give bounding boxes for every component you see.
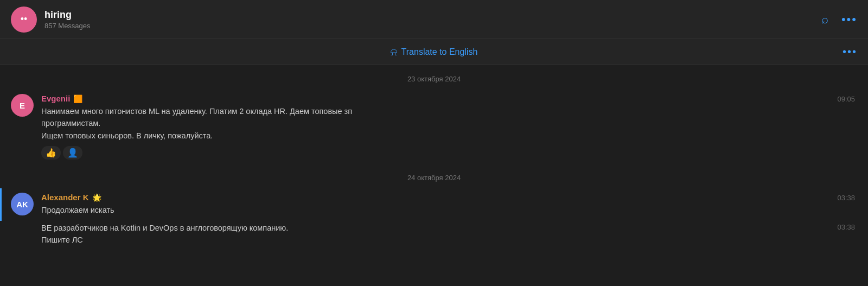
message-count: 857 Messages: [44, 22, 821, 30]
translate-more-icon[interactable]: •••: [843, 46, 857, 58]
reactions-evgenii: 👍 👤: [41, 146, 857, 160]
date-label-1: 23 октября 2024: [402, 74, 466, 84]
sender-badge-evgenii: 🟧: [73, 94, 82, 103]
more-options-icon[interactable]: •••: [841, 12, 857, 27]
date-separator-1: 23 октября 2024: [0, 65, 868, 90]
translate-label: Translate to English: [401, 47, 478, 57]
message-time-alexander: 03:38: [837, 194, 855, 202]
message-text-evgenii: Нанимаем много питонистов ML на удаленку…: [41, 105, 857, 142]
message-header-alexander: Alexander K 🌟: [41, 193, 857, 202]
sender-name-evgenii: Evgenii: [41, 94, 70, 103]
message-continuation-alexander: BE разработчиков на Kotlin и DevOps в ан…: [0, 221, 868, 251]
message-item-evgenii: E Evgenii 🟧 Нанимаем много питонистов ML…: [0, 90, 868, 164]
search-icon[interactable]: ⌕: [821, 12, 828, 27]
header-actions: ⌕ •••: [821, 12, 857, 27]
avatar-initials-evgenii: E: [20, 101, 25, 110]
message-text-alexander-cont: BE разработчиков на Kotlin и DevOps в ан…: [41, 222, 288, 246]
translate-icon: ⍾: [391, 46, 397, 58]
message-time-alexander-cont: 03:38: [837, 223, 855, 231]
channel-name: hiring: [44, 9, 821, 21]
sender-badge-alexander: 🌟: [92, 193, 101, 202]
translate-button[interactable]: ⍾ Translate to English: [391, 46, 478, 58]
message-body-alexander: Alexander K 🌟 Продолжаем искать: [41, 193, 857, 216]
message-text-alexander: Продолжаем искать: [41, 204, 857, 216]
translate-bar: ⍾ Translate to English •••: [0, 39, 868, 65]
message-item-alexander: AK Alexander K 🌟 Продолжаем искать 03:38: [0, 188, 868, 220]
date-label-2: 24 октября 2024: [402, 173, 466, 183]
messages-area: 23 октября 2024 E Evgenii 🟧 Нанимаем мно…: [0, 65, 868, 285]
avatar-evgenii: E: [11, 94, 34, 117]
avatar-initials-alexander: AK: [16, 200, 28, 209]
channel-info: hiring 857 Messages: [44, 9, 821, 30]
avatar-alexander: AK: [11, 193, 34, 215]
reaction-person[interactable]: 👤: [63, 146, 82, 160]
channel-header: •• hiring 857 Messages ⌕ •••: [0, 0, 868, 39]
message-body-evgenii: Evgenii 🟧 Нанимаем много питонистов ML н…: [41, 94, 857, 160]
avatar-emoji: ••: [21, 14, 28, 25]
message-header-evgenii: Evgenii 🟧: [41, 94, 857, 103]
reaction-thumbsup[interactable]: 👍: [41, 146, 61, 160]
message-time-evgenii: 09:05: [837, 95, 855, 103]
sender-name-alexander: Alexander K: [41, 193, 89, 202]
channel-avatar: ••: [11, 7, 37, 33]
date-separator-2: 24 октября 2024: [0, 164, 868, 188]
